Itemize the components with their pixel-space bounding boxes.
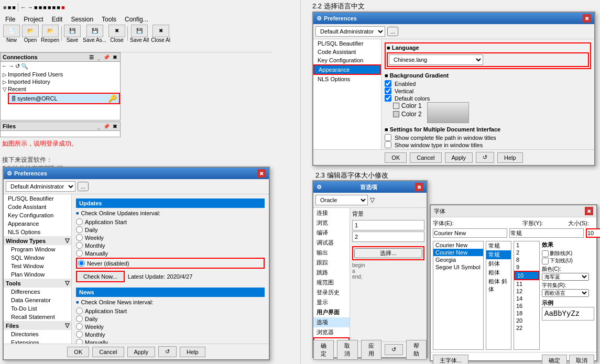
font-sidebar-选项[interactable]: 选项: [313, 317, 350, 327]
reopen-btn-group[interactable]: 📂 Reopen: [41, 25, 59, 43]
menu-file[interactable]: File: [3, 15, 17, 24]
sidebar-todo-list[interactable]: To-Do List: [4, 304, 71, 313]
font-item-segoe[interactable]: Segoe UI Symbol: [433, 263, 483, 271]
close-icon[interactable]: ✖: [108, 25, 125, 37]
imported-fixed-users-item[interactable]: ▷ Imported Fixed Users: [1, 71, 120, 78]
help-btn-bl[interactable]: Help: [180, 347, 205, 357]
menu-project[interactable]: Project: [21, 15, 45, 24]
font-style-input[interactable]: [509, 228, 584, 238]
connections-icon1[interactable]: ☰: [88, 54, 95, 60]
font-ok-btn[interactable]: 确定: [313, 340, 334, 360]
select-font-btn[interactable]: 选择...: [354, 248, 422, 258]
reopen-icon[interactable]: 📂: [42, 25, 59, 37]
size-20[interactable]: 20: [514, 317, 539, 324]
font-sidebar-浏览[interactable]: 浏览: [313, 218, 350, 228]
style-bold-italic[interactable]: 粗体 斜体: [486, 277, 511, 294]
size-10[interactable]: 10: [514, 271, 539, 280]
sidebar-pl-sql-beautifier[interactable]: PL/SQL Beautifier: [4, 194, 71, 203]
sidebar-key-config[interactable]: Key Configuration: [4, 211, 71, 219]
font-cancel-btn[interactable]: 取消: [337, 340, 357, 360]
open-btn-group[interactable]: 📂 Open: [22, 25, 39, 43]
news-radio-weekly[interactable]: Weekly: [76, 323, 265, 330]
font-size-input[interactable]: [586, 228, 600, 238]
size-8[interactable]: 8: [514, 256, 539, 263]
sidebar-plan-window[interactable]: Plan Window: [4, 270, 71, 279]
strikethrough-check[interactable]: [542, 250, 549, 257]
underline-check[interactable]: [542, 258, 549, 264]
new-btn-group[interactable]: 📄 New: [3, 25, 20, 43]
default-font-btn[interactable]: 主字体...: [433, 355, 468, 364]
color-select[interactable]: 海军蓝: [542, 273, 589, 281]
pref-dialog-bl-dropdown-btn[interactable]: ...: [78, 182, 89, 191]
imported-history-item[interactable]: ▷ Imported History: [1, 78, 120, 85]
font-sidebar-连接[interactable]: 连接: [313, 208, 350, 218]
recent-item[interactable]: ▽ Recent: [1, 85, 120, 93]
check-now-updates-btn[interactable]: Check Now...: [76, 271, 125, 282]
font-item-courier[interactable]: Courier New: [433, 241, 483, 249]
files-minimize[interactable]: _: [96, 124, 101, 129]
menu-session[interactable]: Session: [69, 15, 95, 24]
closeall-btn-group[interactable]: ✖ Close Al: [151, 25, 170, 43]
pref-dialog-tr-close[interactable]: ✖: [583, 14, 591, 23]
mdi-show-type-check[interactable]: [385, 141, 391, 148]
style-regular-selected[interactable]: 常规: [486, 250, 511, 259]
save-icon[interactable]: 💾: [64, 25, 81, 37]
font-sidebar-输出[interactable]: 输出: [313, 248, 350, 258]
radio-daily[interactable]: Daily: [76, 226, 265, 233]
tr-sidebar-plsql[interactable]: PL/SQL Beautifier: [313, 39, 381, 48]
size-9[interactable]: 9: [514, 263, 539, 271]
saveas-btn-group[interactable]: 💾 Save As...: [83, 25, 106, 43]
save-btn-group[interactable]: 💾 Save: [64, 25, 81, 43]
conn-toolbar-refresh[interactable]: ↺: [15, 63, 20, 70]
font-help-btn[interactable]: 帮助: [406, 340, 427, 360]
pref-dialog-tr-dropdown-btn[interactable]: ...: [387, 27, 398, 36]
radio-never-updates[interactable]: Never (disabled): [76, 258, 265, 269]
saveas-icon[interactable]: 💾: [86, 25, 103, 37]
font-sidebar-编译[interactable]: 编译: [313, 228, 350, 238]
pref-dialog-bl-close[interactable]: ✖: [257, 169, 266, 178]
menu-tools[interactable]: Tools: [100, 15, 118, 24]
news-radio-daily[interactable]: Daily: [76, 315, 265, 322]
size-16[interactable]: 16: [514, 302, 539, 310]
news-radio-monthly[interactable]: Monthly: [76, 331, 265, 338]
font-sidebar-浏览器[interactable]: 浏览器: [313, 327, 350, 337]
size-2[interactable]: 2: [514, 249, 539, 256]
bg-enabled-check[interactable]: [385, 80, 391, 87]
ok-btn-bl[interactable]: OK: [67, 347, 89, 357]
size-22[interactable]: 22: [514, 324, 539, 332]
font-picker-ok[interactable]: 确定: [542, 355, 567, 364]
font-outer-close[interactable]: ✖: [415, 183, 423, 191]
mdi-show-path-check[interactable]: [385, 134, 391, 141]
font-sidebar-登录历史[interactable]: 登录历史: [313, 288, 350, 297]
close-btn-group[interactable]: ✖ Close: [108, 25, 125, 43]
saveall-btn-group[interactable]: 💾 Save All: [130, 25, 149, 43]
refresh-btn-bl[interactable]: ↺: [158, 346, 177, 357]
size-14[interactable]: 14: [514, 295, 539, 302]
refresh-btn-tr[interactable]: ↺: [476, 152, 494, 163]
files-close[interactable]: ✖: [112, 124, 118, 129]
style-regular[interactable]: 常规: [486, 241, 511, 250]
apply-btn-tr[interactable]: Apply: [445, 152, 473, 163]
system-orcl-item[interactable]: 🗄 system@ORCL 🔑: [8, 93, 120, 104]
connections-close[interactable]: ✖: [112, 54, 118, 60]
saveall-icon[interactable]: 💾: [131, 25, 148, 37]
bg-vertical-check[interactable]: [385, 87, 391, 94]
pref-dialog-tr-dropdown[interactable]: Default Administrator: [315, 26, 385, 37]
tr-sidebar-code-assistant[interactable]: Code Assistant: [313, 48, 381, 56]
font-sidebar-跳路[interactable]: 跳路: [313, 268, 350, 278]
sidebar-test-window[interactable]: Test Window: [4, 262, 71, 270]
closeall-icon[interactable]: ✖: [152, 25, 169, 37]
radio-monthly[interactable]: Monthly: [76, 242, 265, 249]
style-bold[interactable]: 粗体: [486, 268, 511, 277]
ok-btn-tr[interactable]: OK: [385, 152, 407, 163]
font-name-input[interactable]: [433, 228, 507, 238]
menu-edit[interactable]: Edit: [50, 15, 65, 24]
radio-manually[interactable]: Manually: [76, 250, 265, 257]
sidebar-code-assistant[interactable]: Code Assistant: [4, 203, 71, 211]
sidebar-appearance[interactable]: Appearance: [4, 219, 71, 228]
font-item-courier-selected[interactable]: Courier New: [433, 249, 483, 256]
radio-app-start[interactable]: Application Start: [76, 218, 265, 225]
font-sidebar-跟踪[interactable]: 跟踪: [313, 258, 350, 268]
language-dropdown[interactable]: Chinese.lang 简体中文: [389, 54, 483, 65]
open-icon[interactable]: 📂: [22, 25, 39, 37]
